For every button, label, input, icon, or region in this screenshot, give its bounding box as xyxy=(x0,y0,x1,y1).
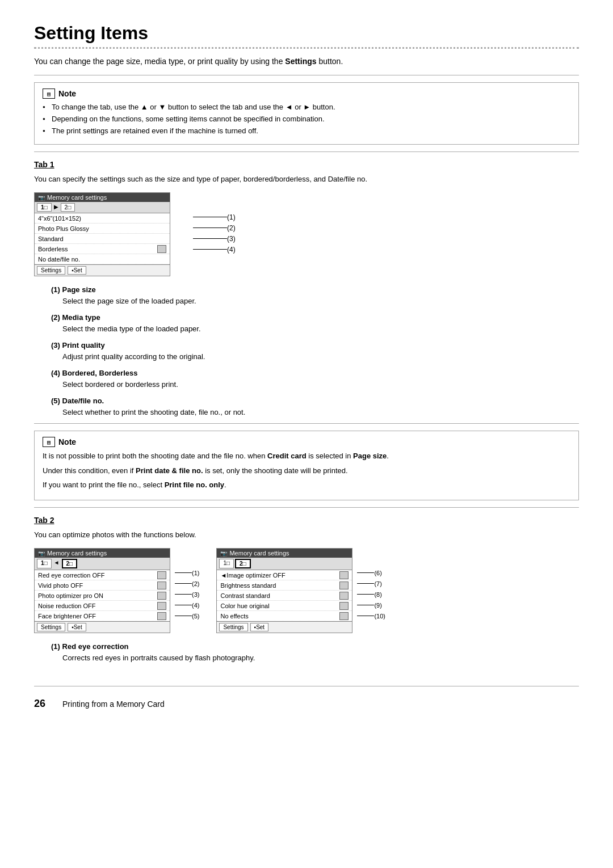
callout-dash xyxy=(193,238,227,239)
callout-dash xyxy=(193,217,227,217)
numbered-item-4: (4) Bordered, Borderless Select bordered… xyxy=(51,368,579,390)
screen-row-l3: Photo optimizer pro ON xyxy=(35,591,170,601)
note2-para2: Under this condition, even if Print date… xyxy=(43,465,570,477)
row-icon-r4 xyxy=(339,602,349,610)
divider-1 xyxy=(34,75,579,75)
row-icon-r1 xyxy=(339,571,349,579)
callout-dash xyxy=(193,227,227,228)
numbered-item-2: (2) Media type Select the media type of … xyxy=(51,312,579,334)
note-header-1: ▤ Note xyxy=(43,89,570,99)
settings-btn-right: Settings xyxy=(219,623,247,631)
screen-icon-right: 📷 xyxy=(220,550,227,557)
row-icon-l2 xyxy=(157,582,166,589)
tab2-numbered-items: (1) Red eye correction Corrects red eyes… xyxy=(51,641,579,663)
screen-tab-l2: 2□ xyxy=(62,559,78,568)
row-icon-r3 xyxy=(339,592,349,600)
note-item: The print settings are retained even if … xyxy=(43,126,570,136)
note2-para3: If you want to print the file no., selec… xyxy=(43,479,570,491)
numbered-item-3: (3) Print quality Adjust print quality a… xyxy=(51,340,579,362)
page-title: Setting Items xyxy=(34,23,579,44)
screen-footer-right: Settings ▪Set xyxy=(217,621,352,633)
screen-title-left: 📷 Memory card settings xyxy=(35,549,170,558)
screen-row-l4: Noise reduction OFF xyxy=(35,601,170,611)
note-icon-2: ▤ xyxy=(43,437,55,447)
screen-footer: Settings ▪Set xyxy=(35,264,170,276)
callout-nums-left: (1) (2) (3) (4) (5) xyxy=(175,567,199,621)
screen-tab-r2: 2□ xyxy=(235,559,251,568)
screen-row-r5: No effects xyxy=(217,611,352,621)
divider-5 xyxy=(34,686,579,686)
screen-icon-left: 📷 xyxy=(38,550,45,557)
scroll-icon xyxy=(157,245,166,253)
screen-title-icon: 📷 xyxy=(38,195,45,201)
screen-tab-1: 1□ xyxy=(37,203,52,212)
row-icon-r5 xyxy=(339,612,349,620)
intro-paragraph: You can change the page size, media type… xyxy=(34,57,579,66)
screen-row-r2: Brightness standard xyxy=(217,580,352,591)
screen-tabs: 1□ ▶ 2□ xyxy=(35,202,170,213)
screen-box-tab1: 📷 Memory card settings 1□ ▶ 2□ 4"x6"(101… xyxy=(34,192,170,276)
screen-box-tab2-left: 📷 Memory card settings 1□ ◄ 2□ Red eye c… xyxy=(34,548,170,633)
note-list-1: To change the tab, use the ▲ or ▼ button… xyxy=(43,102,570,137)
screen-tab-r1: 1□ xyxy=(219,559,234,568)
screen-row: Borderless xyxy=(35,244,170,254)
screen-row-l1: Red eye correction OFF xyxy=(35,570,170,580)
callout-nums-right: (6) (7) (8) (9) (10) xyxy=(357,567,385,621)
page-footer: 26 Printing from a Memory Card xyxy=(34,692,579,710)
screen-row-r1: ◄Image optimizer OFF xyxy=(217,570,352,580)
callout-dash xyxy=(193,249,227,250)
tab2-right-screen-area: 📷 Memory card settings 1□ 2□ ◄Image opti… xyxy=(216,548,385,633)
tab1-screen-box: 📷 Memory card settings 1□ ▶ 2□ 4"x6"(101… xyxy=(34,192,170,276)
note-box-2: ▤ Note It is not possible to print both … xyxy=(34,431,579,500)
divider-4 xyxy=(34,507,579,508)
callout-line-1: (1) xyxy=(193,212,236,222)
tab1-screen-area: 📷 Memory card settings 1□ ▶ 2□ 4"x6"(101… xyxy=(34,192,579,276)
row-icon-l3 xyxy=(157,592,166,600)
screen-tab-arrow-left: ◄ xyxy=(53,559,61,568)
screen-row: Photo Plus Glossy xyxy=(35,224,170,234)
screen-title-bar: 📷 Memory card settings xyxy=(35,193,170,202)
row-icon-r2 xyxy=(339,582,349,589)
row-icon-l5 xyxy=(157,612,166,620)
set-btn: ▪Set xyxy=(68,266,86,275)
callout-line-2: (2) xyxy=(193,222,236,233)
row-icon-l4 xyxy=(157,602,166,610)
tab1-desc: You can specify the settings such as the… xyxy=(34,174,579,185)
callout-line-4: (4) xyxy=(193,244,236,255)
screen-footer-left: Settings ▪Set xyxy=(35,621,170,633)
settings-btn: Settings xyxy=(37,266,65,275)
screen-tab-l1: 1□ xyxy=(37,559,52,568)
callout-lines: (1) (2) (3) (4) xyxy=(193,212,236,255)
tab2-screens-row: 📷 Memory card settings 1□ ◄ 2□ Red eye c… xyxy=(34,548,579,633)
screen-box-tab2-right: 📷 Memory card settings 1□ 2□ ◄Image opti… xyxy=(216,548,352,633)
tab2-desc: You can optimize photos with the functio… xyxy=(34,529,579,541)
screen-row-l5: Face brightener OFF xyxy=(35,611,170,621)
screen-tabs-left: 1□ ◄ 2□ xyxy=(35,558,170,570)
screen-row-l2: Vivid photo OFF xyxy=(35,580,170,591)
screen-tab-arrow: ▶ xyxy=(53,203,60,212)
row-icon-l1 xyxy=(157,571,166,579)
note-item: To change the tab, use the ▲ or ▼ button… xyxy=(43,102,570,112)
note-icon-1: ▤ xyxy=(43,89,55,99)
screen-row: No date/file no. xyxy=(35,254,170,264)
divider-3 xyxy=(34,423,579,424)
set-btn-right: ▪Set xyxy=(250,623,269,631)
screen-title-right: 📷 Memory card settings xyxy=(217,549,352,558)
set-btn-left: ▪Set xyxy=(68,623,86,631)
screen-row-r4: Color hue original xyxy=(217,601,352,611)
screen-tabs-right: 1□ 2□ xyxy=(217,558,352,570)
note2-para1: It is not possible to print both the sho… xyxy=(43,450,570,462)
note-header-2: ▤ Note xyxy=(43,437,570,447)
screen-tab-2: 2□ xyxy=(61,203,75,212)
tab1-numbered-items: (1) Page size Select the page size of th… xyxy=(51,284,579,418)
tab1-heading: Tab 1 xyxy=(34,160,579,169)
screen-row-r3: Contrast standard xyxy=(217,591,352,601)
settings-btn-left: Settings xyxy=(37,623,65,631)
screen-row: 4"x6"(101×152) xyxy=(35,213,170,224)
screen-row: Standard xyxy=(35,234,170,244)
callout-line-3: (3) xyxy=(193,233,236,244)
note-box-1: ▤ Note To change the tab, use the ▲ or ▼… xyxy=(34,82,579,145)
numbered-item-1: (1) Page size Select the page size of th… xyxy=(51,284,579,306)
tab2-heading: Tab 2 xyxy=(34,516,579,525)
title-divider xyxy=(34,47,579,49)
